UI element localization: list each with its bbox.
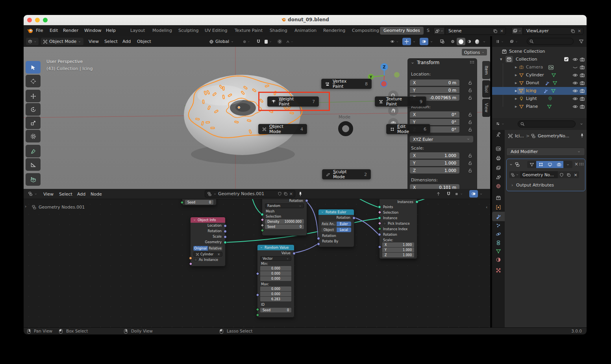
axis-angle-button[interactable]: Axis An.. <box>321 222 336 226</box>
socket-mesh-input[interactable] <box>261 213 264 216</box>
nodegroup-selector[interactable]: Geometry Nodes.001 × <box>205 190 295 198</box>
viewport-menu-select[interactable]: Select <box>104 39 118 44</box>
lock-icon[interactable] <box>468 80 472 85</box>
blender-logo-icon[interactable] <box>27 27 33 34</box>
viewlayer-browse-button[interactable] <box>511 27 523 35</box>
sidebar-tab-view[interactable]: View <box>482 99 490 117</box>
outliner-row-icing-selected[interactable]: ▸ Icing <box>492 87 587 95</box>
tab-object-data[interactable] <box>492 246 505 256</box>
breadcrumb-nodetree[interactable]: GeometryNo... <box>538 133 569 139</box>
lock-icon[interactable] <box>468 95 472 100</box>
pie-item-edit-mode[interactable]: Edit Mode 6 <box>386 124 430 134</box>
hide-eye-icon[interactable] <box>572 57 578 62</box>
properties-search-input[interactable] <box>518 120 576 127</box>
disable-render-camera-icon[interactable] <box>580 57 585 62</box>
socket-value-output[interactable] <box>293 252 296 255</box>
pan-view-button[interactable] <box>388 105 398 116</box>
tab-physics[interactable] <box>492 229 505 239</box>
outliner-row-light[interactable]: ▸ Light <box>492 95 587 103</box>
xray-toggle[interactable] <box>438 38 447 45</box>
collapse-chevron-icon[interactable] <box>509 163 513 166</box>
workspace-tab-texture-paint[interactable]: Texture Paint <box>231 27 266 35</box>
hide-eye-icon[interactable] <box>572 104 578 109</box>
modifier-extras-dropdown[interactable] <box>563 161 572 168</box>
menu-file[interactable]: File <box>36 28 43 33</box>
tool-add-cube[interactable] <box>26 173 41 186</box>
workspace-tab-animation[interactable]: Animation <box>291 27 320 35</box>
scale-y-field[interactable]: Y1.000 <box>410 160 459 166</box>
pie-item-object-mode[interactable]: Object Mode 4 <box>258 124 307 134</box>
outliner-row-donut[interactable]: ▸ Donut <box>492 79 587 87</box>
scale-x-field[interactable]: X1.000 <box>410 152 459 159</box>
outliner-display-mode-dropdown[interactable] <box>494 38 505 45</box>
modifier-show-render-toggle[interactable] <box>554 161 563 168</box>
workspace-tab-shading[interactable]: Shading <box>266 27 291 35</box>
scale-z-field[interactable]: Z1.000 <box>410 167 459 174</box>
tab-output[interactable] <box>492 153 505 163</box>
panel-drag-handle[interactable] <box>470 61 474 64</box>
proportional-editing-icon[interactable] <box>277 39 282 44</box>
collapse-chevron-icon[interactable] <box>411 61 415 65</box>
socket-object-input[interactable] <box>189 257 192 260</box>
socket-rotation-output[interactable] <box>224 230 227 233</box>
pie-item-texture-paint[interactable]: Texture Paint 9 <box>375 96 426 107</box>
workspace-tab-geometry-nodes[interactable]: Geometry Nodes <box>380 27 424 35</box>
socket-scale-output[interactable] <box>224 235 227 238</box>
fake-user-shield-icon[interactable] <box>278 192 282 196</box>
lock-icon[interactable] <box>468 127 472 132</box>
workspace-tab-partial[interactable]: S <box>426 27 431 35</box>
location-x-field[interactable]: X0 m <box>410 79 459 86</box>
go-to-parent-tree-icon[interactable] <box>436 191 441 196</box>
shading-material-button[interactable] <box>465 38 473 45</box>
tab-particles[interactable] <box>492 221 505 230</box>
euler-button[interactable]: Euler <box>337 222 352 226</box>
tab-tool[interactable] <box>492 130 505 140</box>
workspace-tab-layout[interactable]: Layout <box>127 27 148 35</box>
viewlayer-name-field[interactable]: ViewLayer × <box>523 27 583 35</box>
nodegroup-name-field[interactable]: Geometry No... <box>520 171 558 178</box>
relative-button[interactable]: Relative <box>208 246 223 251</box>
show-object-types-dropdown[interactable] <box>388 38 401 45</box>
outliner-row-plane[interactable]: ▸ Plane <box>492 103 587 111</box>
random-seed-field[interactable]: Seed0 <box>260 308 291 312</box>
mode-dropdown[interactable]: Object Mode <box>41 38 83 45</box>
object-space-button[interactable]: Object <box>321 227 336 232</box>
tool-cursor[interactable] <box>26 75 41 87</box>
shading-rendered-button[interactable] <box>473 38 481 45</box>
lock-icon[interactable] <box>468 112 472 117</box>
menu-edit[interactable]: Edit <box>50 28 58 33</box>
socket-geometry-output[interactable] <box>224 241 227 244</box>
viewport-menu-view[interactable]: View <box>89 39 99 44</box>
lock-icon[interactable] <box>468 88 472 92</box>
remove-modifier-icon[interactable]: × <box>574 161 578 167</box>
nodegroup-browse-button[interactable] <box>509 171 520 178</box>
tab-modifiers-active[interactable] <box>492 212 505 221</box>
snap-magnet-icon[interactable] <box>256 39 261 44</box>
tab-render[interactable] <box>492 144 505 153</box>
disable-render-camera-icon[interactable] <box>580 88 585 94</box>
disable-render-camera-icon[interactable] <box>580 96 585 102</box>
pin-icon[interactable] <box>580 133 585 138</box>
node-distribute-points[interactable]: Rotation Random Mesh Selection Density10… <box>262 199 307 236</box>
workspace-tab-sculpting[interactable]: Sculpting <box>175 27 202 35</box>
proportional-falloff-dropdown[interactable] <box>284 38 295 45</box>
pie-item-vertex-paint[interactable]: Vertex Paint 8 <box>321 79 372 89</box>
node-random-value[interactable]: Random Value Value Vector Min: 0.000 0.0… <box>257 244 294 318</box>
workspace-tab-compositing[interactable]: Compositing <box>348 27 383 35</box>
tool-annotate[interactable] <box>26 145 41 157</box>
pin-icon[interactable] <box>298 191 303 197</box>
workspace-tab-uv-editing[interactable]: UV Editing <box>201 27 231 35</box>
scene-browse-button[interactable] <box>433 27 445 35</box>
unlink-scene-icon[interactable]: × <box>500 28 504 33</box>
object-selector-field[interactable]: Cylinder × <box>193 252 222 257</box>
sidebar-tab-item[interactable]: Item <box>482 61 490 79</box>
modifier-show-viewport-toggle[interactable] <box>545 161 554 168</box>
snap-settings-dropdown[interactable] <box>263 38 274 45</box>
max-y-field[interactable]: 0.000 <box>260 292 291 296</box>
transform-orientation-dropdown[interactable]: Global <box>207 38 238 45</box>
outliner-row-camera[interactable]: ▸ Camera <box>492 63 587 71</box>
tab-collection[interactable] <box>492 193 505 203</box>
tool-measure[interactable] <box>26 158 41 171</box>
socket-rotation-output[interactable] <box>352 216 355 220</box>
node-menu-view[interactable]: View <box>43 192 54 197</box>
